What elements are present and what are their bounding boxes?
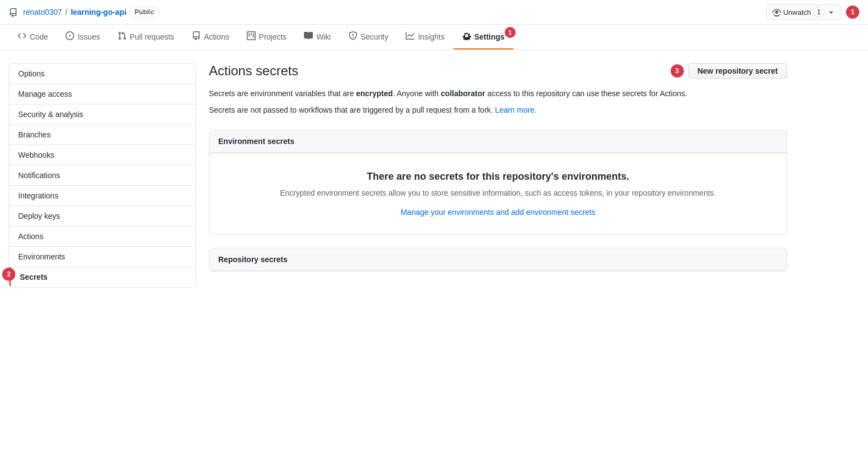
tab-insights[interactable]: Insights — [397, 25, 453, 49]
main-layout: Options Manage access Security & analysi… — [0, 50, 868, 301]
sidebar-item-webhooks[interactable]: Webhooks — [9, 145, 195, 165]
sidebar-item-actions-label: Actions — [18, 232, 43, 241]
sidebar-item-security-analysis-label: Security & analysis — [18, 110, 83, 119]
sidebar-item-secrets-label: Secrets — [20, 273, 48, 281]
tab-wiki-label: Wiki — [316, 32, 330, 41]
tab-insights-label: Insights — [418, 32, 444, 41]
sidebar-item-branches-label: Branches — [18, 130, 51, 139]
sidebar-item-manage-access-label: Manage access — [18, 90, 72, 98]
new-repository-secret-button[interactable]: New repository secret — [688, 63, 787, 79]
tab-projects-label: Projects — [259, 32, 287, 41]
settings-icon — [462, 31, 471, 42]
sidebar-item-environments-label: Environments — [18, 252, 65, 261]
environment-secrets-empty: There are no secrets for this repository… — [209, 153, 787, 234]
sidebar-item-security-analysis[interactable]: Security & analysis — [9, 104, 195, 125]
issues-icon — [65, 31, 74, 42]
environment-secrets-title: Environment secrets — [218, 137, 295, 146]
tab-actions-label: Actions — [204, 32, 229, 41]
tab-code-label: Code — [30, 32, 48, 41]
security-icon — [349, 31, 357, 42]
tab-wiki[interactable]: Wiki — [295, 25, 339, 49]
sidebar-item-secrets[interactable]: Secrets — [9, 267, 195, 287]
repository-secrets-section: Repository secrets — [209, 248, 787, 272]
code-icon — [18, 31, 26, 42]
tab-projects[interactable]: Projects — [238, 25, 296, 49]
environment-empty-title: There are no secrets for this repository… — [218, 171, 778, 182]
tab-prs-label: Pull requests — [130, 32, 174, 41]
sidebar-item-notifications-label: Notifications — [18, 171, 60, 180]
page-title: Actions secrets — [209, 63, 298, 79]
tab-security[interactable]: Security — [340, 25, 397, 49]
manage-environments-link[interactable]: Manage your environments and add environ… — [401, 208, 595, 217]
tab-actions[interactable]: Actions — [183, 25, 238, 49]
unwatch-button[interactable]: Unwatch 1 — [766, 4, 842, 20]
sidebar-item-options[interactable]: Options — [9, 64, 195, 84]
tab-issues[interactable]: Issues — [57, 25, 108, 49]
environment-secrets-body: There are no secrets for this repository… — [209, 153, 787, 234]
sidebar-item-deploy-keys[interactable]: Deploy keys — [9, 206, 195, 226]
unwatch-label: Unwatch — [783, 8, 811, 16]
projects-icon — [247, 31, 256, 42]
secrets-description: Secrets are environment variables that a… — [209, 87, 787, 99]
top-bar: renato0307 / learning-go-api Public Unwa… — [0, 0, 868, 25]
repo-owner[interactable]: renato0307 — [23, 8, 62, 16]
repo-badge: Public — [130, 7, 159, 18]
step2-badge: 2 — [2, 268, 15, 281]
top-bar-right: Unwatch 1 1 — [766, 4, 859, 20]
repo-info: renato0307 / learning-go-api Public — [9, 7, 159, 18]
environment-secrets-section: Environment secrets There are no secrets… — [209, 130, 787, 235]
sidebar-item-notifications[interactable]: Notifications — [9, 165, 195, 186]
secrets-sub-description: Secrets are not passed to workflows that… — [209, 104, 787, 116]
step3-badge: 3 — [671, 64, 684, 77]
sidebar-item-environments[interactable]: Environments — [9, 247, 195, 267]
sidebar: Options Manage access Security & analysi… — [9, 63, 196, 287]
insights-icon — [406, 31, 414, 42]
sidebar-item-integrations[interactable]: Integrations — [9, 186, 195, 206]
sidebar-container: Options Manage access Security & analysi… — [9, 63, 196, 287]
environment-empty-desc: Encrypted environment secrets allow you … — [218, 187, 778, 199]
repository-secrets-header: Repository secrets — [209, 248, 787, 271]
tab-issues-label: Issues — [78, 32, 99, 41]
sidebar-item-deploy-keys-label: Deploy keys — [18, 212, 60, 220]
tab-code[interactable]: Code — [9, 25, 57, 49]
repository-secrets-title: Repository secrets — [218, 255, 288, 264]
sidebar-item-manage-access[interactable]: Manage access — [9, 84, 195, 104]
pull-requests-icon — [118, 31, 126, 42]
content-area: Actions secrets 3 New repository secret … — [196, 63, 800, 287]
step1-badge: 1 — [846, 5, 859, 19]
sidebar-item-actions[interactable]: Actions — [9, 226, 195, 247]
actions-icon — [192, 31, 201, 42]
sidebar-item-integrations-label: Integrations — [18, 191, 58, 200]
sidebar-item-webhooks-label: Webhooks — [18, 151, 54, 159]
wiki-icon — [304, 31, 313, 42]
learn-more-link[interactable]: Learn more. — [495, 106, 537, 114]
unwatch-count: 1 — [813, 7, 825, 17]
tab-pull-requests[interactable]: Pull requests — [109, 25, 183, 49]
nav-tabs: Code Issues Pull requests Actions Projec… — [0, 25, 868, 50]
content-header: Actions secrets 3 New repository secret — [209, 63, 787, 79]
repo-name[interactable]: learning-go-api — [71, 8, 126, 16]
tab-settings-label: Settings — [474, 32, 505, 41]
step1-badge-nav: 1 — [505, 27, 516, 38]
tab-security-label: Security — [361, 32, 389, 41]
sidebar-item-branches[interactable]: Branches — [9, 125, 195, 145]
new-secret-area: 3 New repository secret — [671, 63, 787, 79]
repo-icon — [9, 7, 18, 16]
sidebar-item-options-label: Options — [18, 69, 45, 78]
environment-secrets-header: Environment secrets — [209, 130, 787, 153]
repo-separator: / — [65, 8, 68, 16]
tab-settings[interactable]: Settings 1 — [454, 25, 513, 49]
